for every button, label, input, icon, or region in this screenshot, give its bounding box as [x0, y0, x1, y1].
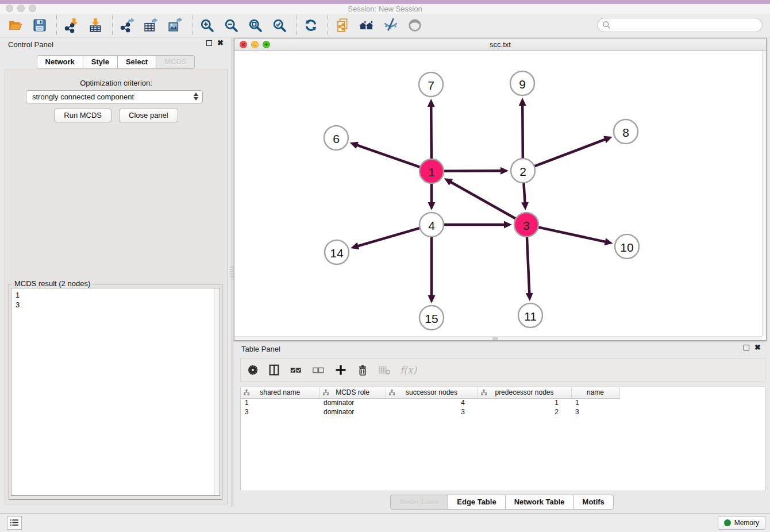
network-graph[interactable]: 7968124314101511	[234, 51, 766, 337]
tab-motifs[interactable]: Motifs	[574, 495, 614, 510]
tab-network[interactable]: Network	[37, 55, 83, 69]
tab-style[interactable]: Style	[83, 55, 118, 69]
run-mcds-button[interactable]: Run MCDS	[54, 109, 111, 122]
export-table-button[interactable]	[143, 17, 160, 34]
deselect-all-icon[interactable]	[311, 364, 325, 376]
first-neighbors-icon	[359, 17, 375, 33]
edge-arrowhead	[428, 99, 435, 107]
task-history-button[interactable]	[7, 516, 22, 530]
graph-edge-2-9[interactable]	[522, 105, 523, 158]
graph-node-1[interactable]: 1	[419, 159, 444, 183]
control-panel-title: Control Panel	[8, 40, 53, 49]
edge-arrowhead	[428, 202, 436, 210]
search-input[interactable]	[597, 18, 763, 32]
refresh-icon	[303, 18, 318, 33]
memory-button[interactable]: Memory	[718, 516, 765, 530]
tab-node-table[interactable]: Node Table	[390, 495, 448, 510]
graph-node-10[interactable]: 10	[615, 234, 639, 259]
open-session-button[interactable]	[7, 17, 24, 34]
edge-arrowhead	[603, 136, 612, 143]
refresh-button[interactable]	[302, 17, 319, 34]
zoom-fit-icon	[248, 18, 263, 33]
graph-edge-1-6[interactable]	[356, 145, 419, 167]
tab-network-table[interactable]: Network Table	[506, 495, 574, 510]
graph-edge-2-3[interactable]	[523, 183, 525, 203]
tab-edge-table[interactable]: Edge Table	[448, 495, 505, 510]
add-column-icon[interactable]	[334, 363, 348, 377]
mcds-result-title: MCDS result (2 nodes)	[12, 279, 93, 288]
first-neighbors-button[interactable]	[358, 17, 375, 34]
graph-node-15[interactable]: 15	[419, 306, 444, 330]
float-panel-icon[interactable]	[206, 40, 212, 46]
graph-node-6[interactable]: 6	[324, 126, 348, 150]
export-image-button[interactable]	[167, 17, 184, 34]
column-header-shared-name[interactable]: shared name	[241, 387, 319, 398]
svg-text:7: 7	[428, 79, 434, 92]
new-network-from-selection-button[interactable]	[334, 17, 351, 34]
import-network-button[interactable]	[63, 17, 80, 34]
column-header-successor-nodes[interactable]: successor nodes	[386, 387, 478, 398]
graph-edge-1-7[interactable]	[431, 106, 432, 159]
graph-node-14[interactable]: 14	[325, 240, 349, 264]
graph-edge-1-2[interactable]	[444, 171, 502, 171]
criterion-dropdown[interactable]: strongly connected component	[26, 90, 203, 103]
result-scrollbar[interactable]	[214, 288, 220, 495]
zoom-out-button[interactable]	[222, 17, 240, 34]
close-panel-button[interactable]: Close panel	[119, 109, 178, 122]
table-settings-gear-icon[interactable]	[247, 364, 259, 376]
table-row[interactable]: 1dominator411	[241, 398, 619, 407]
import-table-button[interactable]	[87, 17, 104, 34]
zoom-in-button[interactable]	[198, 17, 215, 34]
save-session-button[interactable]	[31, 17, 48, 34]
hide-selected-button[interactable]	[382, 17, 399, 34]
graph-node-7[interactable]: 7	[419, 72, 443, 97]
column-type-icon	[389, 390, 395, 396]
select-all-icon[interactable]	[289, 364, 303, 376]
close-panel-icon[interactable]: ✖	[217, 40, 224, 46]
close-panel-icon[interactable]: ✖	[754, 345, 761, 350]
float-panel-icon[interactable]	[744, 345, 749, 350]
table-row[interactable]: 3dominator323	[241, 407, 619, 417]
zoom-selected-icon	[272, 18, 287, 33]
scrollbar-thumb[interactable]	[492, 337, 498, 340]
mcds-result-group: MCDS result (2 nodes) 1 3	[9, 284, 222, 500]
show-columns-icon[interactable]	[268, 364, 280, 376]
column-header-name[interactable]: name	[571, 387, 619, 398]
network-horizontal-scrollbar[interactable]	[234, 336, 762, 340]
mcds-result-text[interactable]: 1 3	[11, 288, 220, 496]
main-toolbar	[0, 14, 770, 37]
toolbar-separator	[296, 16, 297, 35]
graph-edge-4-14[interactable]	[357, 228, 419, 246]
column-header-predecessor-nodes[interactable]: predecessor nodes	[478, 387, 571, 398]
graph-edge-3-10[interactable]	[538, 228, 606, 242]
network-canvas[interactable]: 7968124314101511	[234, 51, 766, 337]
graph-node-4[interactable]: 4	[419, 213, 444, 237]
column-header-mcds-role[interactable]: MCDS role	[319, 387, 386, 398]
edge-arrowhead	[351, 242, 359, 249]
zoom-fit-button[interactable]	[247, 17, 264, 34]
table-toolbar: f(x)	[240, 358, 765, 382]
export-network-button[interactable]	[118, 17, 136, 34]
tab-select[interactable]: Select	[118, 55, 156, 69]
zoom-selected-button[interactable]	[271, 17, 288, 34]
network-window-titlebar: ✕ – + scc.txt	[234, 38, 766, 51]
zoom-in-icon	[199, 18, 215, 33]
graph-edge-3-1[interactable]	[450, 182, 515, 218]
open-folder-icon	[8, 18, 23, 33]
graph-node-8[interactable]: 8	[614, 119, 638, 144]
graph-node-9[interactable]: 9	[510, 71, 534, 95]
svg-text:3: 3	[523, 219, 530, 232]
graph-edge-3-11[interactable]	[527, 237, 529, 294]
edge-arrowhead	[428, 295, 436, 303]
graph-node-11[interactable]: 11	[518, 303, 542, 327]
network-window-title: scc.txt	[234, 40, 766, 49]
function-builder-icon-disabled: f(x)	[400, 364, 417, 376]
graph-node-2[interactable]: 2	[511, 159, 535, 183]
graph-node-3[interactable]: 3	[514, 213, 538, 237]
delete-trash-icon[interactable]	[356, 364, 369, 377]
memory-label: Memory	[734, 519, 759, 527]
show-all-button[interactable]	[406, 17, 424, 34]
network-vertical-scrollbar[interactable]	[762, 51, 766, 336]
graph-edge-2-8[interactable]	[535, 139, 606, 166]
tab-mcds[interactable]: MCDS	[156, 55, 195, 69]
